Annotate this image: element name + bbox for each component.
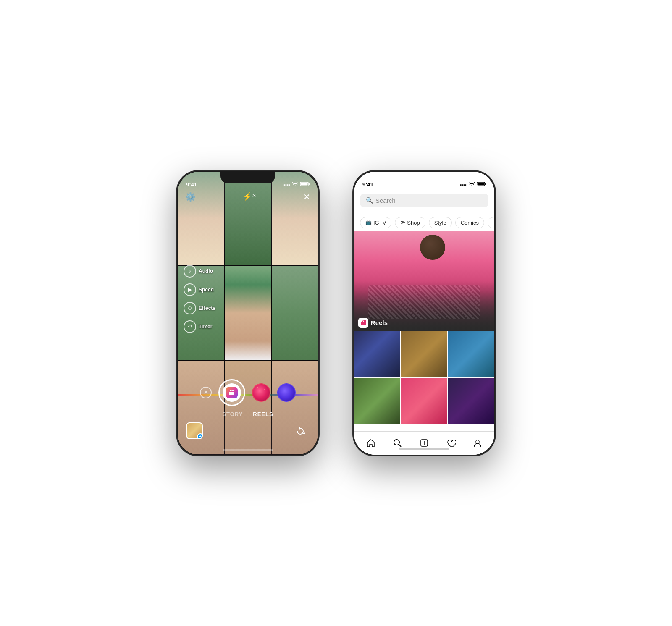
svg-point-11 bbox=[476, 440, 479, 443]
category-tv-movies[interactable]: TV & Movies bbox=[488, 217, 494, 228]
mode-selector: STORY REELS bbox=[178, 409, 318, 420]
speed-label: Speed bbox=[199, 287, 214, 293]
phones-container: 9:41 ▪▪▪▪ bbox=[160, 137, 512, 490]
thumb-1[interactable] bbox=[354, 331, 400, 377]
effects-icon: ☺ bbox=[184, 302, 196, 314]
right-battery-icon bbox=[477, 182, 486, 188]
reels-person-bg bbox=[354, 230, 494, 331]
thumb-4[interactable] bbox=[354, 378, 400, 424]
camera-top-icons: ⚙️ ⚡✕ ✕ bbox=[178, 192, 318, 202]
svg-point-6 bbox=[394, 440, 399, 445]
igtv-icon: 📺 bbox=[365, 220, 372, 225]
effect-ball-purple[interactable] bbox=[277, 383, 296, 402]
tv-movies-label: TV & Movies bbox=[493, 220, 494, 226]
wifi-icon bbox=[292, 182, 298, 188]
category-comics[interactable]: Comics bbox=[455, 217, 484, 228]
camera-screen: ⚙️ ⚡✕ ✕ ♪ Audio ▶ Speed ☺ bbox=[178, 172, 318, 455]
home-nav-button[interactable] bbox=[362, 434, 380, 452]
left-phone-inner: 9:41 ▪▪▪▪ bbox=[178, 172, 318, 455]
reels-label-text: Reels bbox=[371, 319, 388, 326]
shop-icon: 🛍 bbox=[400, 220, 405, 225]
flash-off-icon[interactable]: ⚡✕ bbox=[243, 192, 256, 202]
search-icon: 🔍 bbox=[366, 197, 373, 204]
category-style[interactable]: Style bbox=[429, 217, 452, 228]
right-time: 9:41 bbox=[362, 181, 373, 188]
search-placeholder: Search bbox=[375, 197, 396, 204]
search-bar-container: 🔍 Search bbox=[354, 190, 494, 211]
style-label: Style bbox=[434, 220, 446, 226]
notch bbox=[220, 172, 275, 183]
svg-rect-1 bbox=[301, 183, 308, 185]
right-status-icons: ▪▪▪▪ bbox=[460, 182, 486, 188]
effects-row: ✕ bbox=[178, 375, 318, 409]
right-home-indicator bbox=[399, 448, 449, 450]
profile-nav-button[interactable] bbox=[468, 434, 487, 452]
reels-hero[interactable]: Reels bbox=[354, 230, 494, 331]
thumbnail-preview[interactable]: + bbox=[186, 422, 203, 439]
timer-label: Timer bbox=[199, 324, 212, 330]
right-phone-inner: 9:41 ▪▪▪▪ 🔍 Search bbox=[354, 172, 494, 455]
reels-mode[interactable]: REELS bbox=[253, 411, 273, 417]
camera-cell-mr bbox=[272, 266, 318, 360]
sparkle-overlay bbox=[253, 384, 270, 401]
flip-camera-button[interactable] bbox=[294, 423, 310, 438]
reels-label-overlay: Reels bbox=[358, 318, 388, 328]
left-time: 9:41 bbox=[186, 181, 197, 188]
effect-ball-pink[interactable] bbox=[252, 383, 270, 402]
speed-tool[interactable]: ▶ Speed bbox=[184, 283, 215, 296]
shop-label: Shop bbox=[407, 220, 420, 226]
content-area: Reels bbox=[354, 230, 494, 431]
categories-row: 📺 IGTV 🛍 Shop Style Comics TV & Movies bbox=[354, 215, 494, 231]
thumbnail-grid bbox=[354, 331, 494, 424]
battery-icon bbox=[300, 182, 310, 188]
svg-rect-4 bbox=[478, 183, 484, 185]
thumb-3[interactable] bbox=[448, 331, 494, 377]
reels-overlay-icon bbox=[358, 318, 368, 328]
dismiss-button[interactable]: ✕ bbox=[200, 387, 212, 398]
signal-icon: ▪▪▪▪ bbox=[284, 182, 290, 187]
plus-badge: + bbox=[197, 433, 203, 439]
svg-line-7 bbox=[399, 445, 402, 447]
effects-label: Effects bbox=[199, 305, 215, 311]
bottom-nav bbox=[354, 431, 494, 455]
comics-label: Comics bbox=[461, 220, 479, 226]
camera-bottom-bar: + bbox=[178, 420, 318, 448]
audio-tool[interactable]: ♪ Audio bbox=[184, 265, 215, 278]
audio-label: Audio bbox=[199, 268, 213, 274]
jacket-pattern bbox=[368, 285, 480, 319]
timer-icon: ⏱ bbox=[184, 320, 196, 333]
camera-bottom-controls: ✕ bbox=[178, 375, 318, 455]
igtv-label: IGTV bbox=[373, 220, 386, 226]
thumb-6[interactable] bbox=[448, 378, 494, 424]
camera-cell-center bbox=[225, 266, 271, 360]
svg-rect-2 bbox=[309, 183, 310, 185]
shutter-inner bbox=[223, 383, 241, 402]
reels-shutter-icon bbox=[226, 387, 238, 398]
basketball bbox=[420, 235, 445, 260]
category-igtv[interactable]: 📺 IGTV bbox=[360, 217, 391, 228]
right-phone: 9:41 ▪▪▪▪ 🔍 Search bbox=[353, 170, 496, 456]
effects-tool[interactable]: ☺ Effects bbox=[184, 302, 215, 314]
settings-icon[interactable]: ⚙️ bbox=[185, 192, 196, 202]
right-notch bbox=[397, 172, 452, 183]
explore-screen: 🔍 Search 📺 IGTV 🛍 Shop Style bbox=[354, 172, 494, 455]
category-shop[interactable]: 🛍 Shop bbox=[395, 217, 425, 228]
right-wifi-icon bbox=[469, 182, 475, 188]
timer-tool[interactable]: ⏱ Timer bbox=[184, 320, 215, 333]
thumb-2[interactable] bbox=[401, 331, 447, 377]
svg-rect-5 bbox=[485, 183, 486, 185]
close-camera-icon[interactable]: ✕ bbox=[303, 192, 310, 202]
left-status-icons: ▪▪▪▪ bbox=[284, 182, 310, 188]
side-tools: ♪ Audio ▶ Speed ☺ Effects ⏱ Timer bbox=[184, 265, 215, 333]
story-mode[interactable]: STORY bbox=[222, 411, 243, 417]
shutter-button[interactable] bbox=[218, 379, 245, 406]
audio-icon: ♪ bbox=[184, 265, 196, 278]
speed-icon: ▶ bbox=[184, 283, 196, 296]
search-bar[interactable]: 🔍 Search bbox=[360, 194, 488, 207]
left-phone: 9:41 ▪▪▪▪ bbox=[176, 170, 319, 456]
right-signal-icon: ▪▪▪▪ bbox=[460, 182, 467, 187]
left-home-indicator bbox=[223, 449, 273, 451]
thumb-5[interactable] bbox=[401, 378, 447, 424]
